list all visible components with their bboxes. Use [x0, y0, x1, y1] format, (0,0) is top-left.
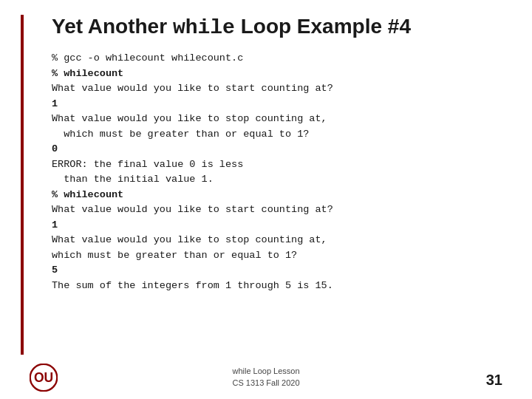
code-line: What value would you like to start count…: [52, 202, 502, 218]
footer: while Loop Lesson CS 1313 Fall 2020: [0, 366, 532, 389]
footer-line1: while Loop Lesson: [232, 366, 299, 375]
code-line: ERROR: the final value 0 is less: [52, 157, 502, 173]
left-accent-bar: [21, 15, 24, 355]
page-number: 31: [486, 372, 502, 389]
code-line: What value would you like to stop counti…: [52, 233, 502, 248]
footer-line2: CS 1313 Fall 2020: [232, 378, 299, 387]
code-line: 0: [52, 142, 502, 157]
code-line: 5: [52, 263, 502, 279]
title-mono: while: [173, 16, 235, 39]
code-line: % whilecount: [52, 188, 502, 203]
code-line: 1: [52, 218, 502, 233]
slide: Yet Another while Loop Example #4 % gcc …: [0, 0, 532, 399]
code-line: % whilecount: [52, 66, 502, 82]
code-line: What value would you like to stop counti…: [52, 112, 502, 127]
title-prefix: Yet Another: [52, 15, 173, 38]
slide-title: Yet Another while Loop Example #4: [44, 15, 502, 39]
code-line: 1: [52, 97, 502, 112]
code-line: % gcc -o whilecount whilecount.c: [52, 51, 502, 66]
code-block: % gcc -o whilecount whilecount.c% whilec…: [44, 51, 502, 293]
code-line: which must be greater than or equal to 1…: [52, 127, 502, 143]
code-line: than the initial value 1.: [52, 172, 502, 188]
code-line: The sum of the integers from 1 through 5…: [52, 279, 502, 294]
footer-text: while Loop Lesson CS 1313 Fall 2020: [232, 366, 299, 389]
code-line: What value would you like to start count…: [52, 81, 502, 97]
title-suffix: Loop Example #4: [235, 15, 411, 38]
code-line: which must be greater than or equal to 1…: [52, 248, 502, 264]
